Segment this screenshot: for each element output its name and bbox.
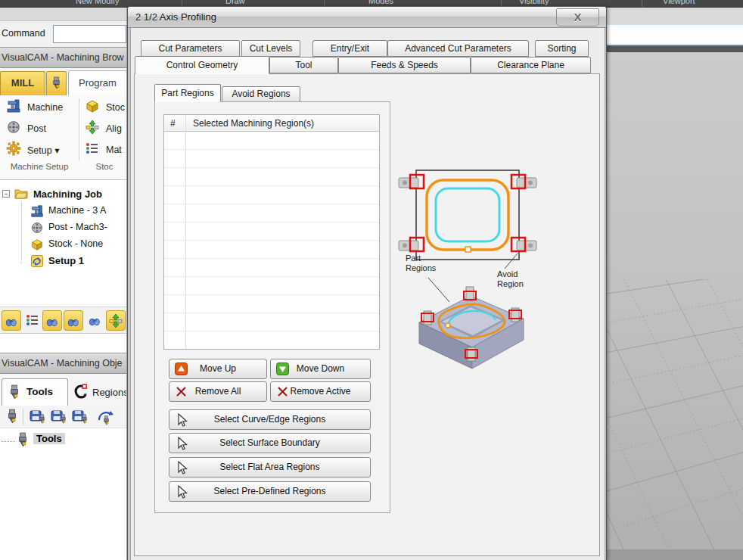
menu-group-draw[interactable]: Draw	[225, 0, 245, 5]
dialog-titlebar[interactable]: 2 1/2 Axis Profiling	[128, 7, 606, 28]
menu-group-visibility[interactable]: Visibility	[519, 0, 549, 5]
subtab-part-regions[interactable]: Part Regions	[154, 84, 221, 102]
tab-control-geometry[interactable]: Control Geometry	[135, 56, 269, 74]
operation-icon	[108, 313, 123, 328]
column-region: Selected Machining Region(s)	[193, 118, 314, 129]
tree-connector	[21, 203, 22, 263]
menu-group-new-modify[interactable]: New Modify	[76, 0, 119, 5]
objects-tab-strip: Tools Regions	[0, 374, 127, 406]
operation-icon	[4, 313, 19, 328]
viewport-3d-canvas[interactable]	[605, 52, 743, 560]
profiling-dialog: 2 1/2 Axis Profiling X Cut Parameters Cu…	[127, 6, 607, 560]
remove-active-icon	[276, 385, 289, 398]
mill-tool-button[interactable]	[46, 71, 67, 95]
select-flat-area-regions-button[interactable]: Select Flat Area Regions	[169, 457, 371, 478]
subtab-avoid-regions[interactable]: Avoid Regions	[222, 86, 300, 102]
stock-button[interactable]: Stoc	[85, 98, 100, 118]
import-tool-icon[interactable]	[97, 408, 115, 426]
remove-all-button[interactable]: Remove All	[169, 381, 267, 402]
cursor-icon	[175, 485, 188, 499]
material-button[interactable]: Mat	[85, 141, 100, 160]
collapse-icon[interactable]: −	[2, 190, 10, 198]
machine-icon	[6, 98, 21, 114]
remove-active-button[interactable]: Remove Active	[270, 381, 371, 402]
milling-tool-icon	[7, 384, 22, 400]
command-label: Command	[2, 28, 45, 39]
viewport-header-bar	[605, 45, 743, 52]
tab-cut-parameters[interactable]: Cut Parameters	[141, 40, 240, 57]
select-predefined-regions-button[interactable]: Select Pre-Defined Regions	[169, 481, 371, 502]
tab-clearance-plane[interactable]: Clearance Plane	[471, 57, 591, 73]
setup-dropdown-arrow: ▾	[54, 145, 59, 156]
select-surface-boundary-button[interactable]: Select Surface Boundary	[169, 433, 371, 453]
setup-button[interactable]: Setup ▾	[6, 141, 21, 160]
post-icon	[6, 120, 21, 135]
align-button[interactable]: Alig	[85, 120, 100, 139]
post-button[interactable]: Post	[6, 120, 21, 139]
operation-icon	[25, 313, 40, 328]
material-label: Mat	[106, 145, 122, 155]
tree-connector	[2, 441, 15, 442]
mop-toolbar-button-6[interactable]	[106, 310, 126, 331]
operation-icon	[45, 313, 60, 328]
dialog-title: 2 1/2 Axis Profiling	[135, 11, 216, 23]
tab-feeds-speeds[interactable]: Feeds & Speeds	[338, 57, 471, 73]
move-up-button[interactable]: Move Up	[169, 359, 267, 379]
tab-entry-exit[interactable]: Entry/Exit	[312, 40, 387, 57]
tools-toolbar	[0, 406, 127, 428]
machine-label: Machine	[27, 102, 63, 113]
viewport-bottom-strip	[605, 549, 743, 560]
tab-tool[interactable]: Tool	[269, 57, 338, 73]
avoid-region-label: Avoid Region	[497, 269, 533, 289]
mop-toolbar-button-4[interactable]	[64, 310, 83, 331]
setup-icon	[30, 254, 44, 268]
cursor-icon	[175, 413, 188, 427]
table-body[interactable]	[164, 132, 379, 349]
select-curve-edge-regions-button[interactable]: Select Curve/Edge Regions	[169, 409, 371, 430]
move-down-icon	[276, 362, 289, 375]
tab-program[interactable]: Program	[68, 70, 127, 95]
command-input[interactable]	[53, 25, 126, 43]
setup-label: Setup ▾	[27, 145, 59, 156]
mop-toolbar-button-2[interactable]	[23, 310, 42, 331]
load-tool-library-icon[interactable]	[29, 408, 47, 426]
machine-button[interactable]: Machine	[6, 98, 21, 118]
browser-tab-strip: MILL Program	[0, 68, 127, 95]
tab-mill[interactable]: MILL	[0, 71, 45, 95]
stock-cube-icon	[85, 98, 100, 114]
table-header: # Selected Machining Region(s)	[164, 115, 379, 132]
column-divider	[185, 115, 186, 349]
mop-toolbar-button-3[interactable]	[42, 310, 62, 331]
create-tool-icon[interactable]	[5, 408, 20, 425]
menu-group-modes[interactable]: Modes	[368, 0, 393, 5]
menu-group-viewport[interactable]: Viewport	[663, 0, 695, 5]
machine-icon	[30, 204, 44, 218]
viewport-toolbar-strip	[605, 24, 743, 45]
viewport-ribbon-strip	[605, 8, 743, 24]
tab-sorting[interactable]: Sorting	[535, 40, 589, 57]
machining-objects-title: VisualCAM - Machining Obje	[0, 353, 127, 374]
stock-cube-icon	[30, 238, 44, 251]
save-tool-library-icon[interactable]	[50, 408, 68, 426]
mop-toolbar-button-5[interactable]	[85, 310, 104, 331]
tab-tools[interactable]: Tools	[2, 378, 68, 406]
milling-tool-icon	[50, 76, 63, 89]
tab-regions[interactable]: Regions	[70, 380, 127, 406]
move-down-button[interactable]: Move Down	[270, 359, 371, 379]
tab-advanced-cut-parameters[interactable]: Advanced Cut Parameters	[387, 40, 529, 57]
tab-cut-levels[interactable]: Cut Levels	[241, 40, 300, 57]
close-button[interactable]: X	[556, 8, 599, 26]
align-icon	[85, 120, 100, 135]
export-tool-library-icon[interactable]	[71, 408, 89, 426]
mop-toolbar-button-1[interactable]	[2, 310, 21, 331]
ground-grid	[605, 279, 743, 559]
ribbon-upper-strip	[0, 8, 127, 21]
material-list-icon	[85, 141, 100, 156]
regions-curve-icon	[73, 383, 89, 400]
machine-setup-ribbon: Machine Post Setup ▾ Stoc Alig Mat Machi…	[0, 95, 127, 180]
column-number: #	[170, 118, 176, 129]
align-label: Alig	[106, 123, 122, 134]
tree-item-tools-root[interactable]: Tools	[33, 433, 65, 444]
milling-tool-icon	[15, 431, 30, 448]
group-label-stock: Stoc	[82, 162, 127, 171]
